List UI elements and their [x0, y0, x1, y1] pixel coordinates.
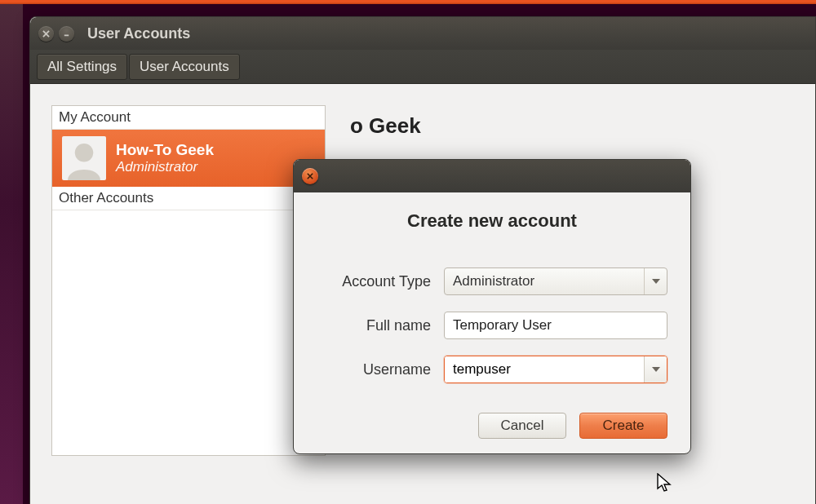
label-full-name: Full name	[317, 317, 431, 334]
row-account-type: Account Type Administrator	[317, 267, 667, 295]
dialog-title: Create new account	[317, 210, 667, 232]
account-type-value: Administrator	[445, 273, 644, 290]
dialog-actions: Cancel Create	[317, 413, 667, 439]
window-close-button[interactable]	[38, 26, 54, 42]
chevron-down-icon[interactable]	[644, 356, 667, 382]
full-name-input[interactable]	[444, 312, 667, 339]
detail-title-partial: o Geek	[350, 113, 815, 139]
create-account-dialog: Create new account Account Type Administ…	[293, 159, 691, 454]
row-username: Username	[317, 356, 667, 383]
breadcrumb-toolbar: All Settings User Accounts	[30, 50, 815, 84]
dialog-body: Create new account Account Type Administ…	[294, 192, 690, 453]
row-full-name: Full name	[317, 312, 667, 339]
cancel-button[interactable]: Cancel	[478, 413, 566, 439]
breadcrumb-user-accounts[interactable]: User Accounts	[129, 54, 240, 80]
person-icon	[64, 139, 104, 180]
my-account-header: My Account	[52, 106, 325, 130]
dialog-titlebar[interactable]	[294, 160, 690, 192]
avatar	[62, 136, 106, 180]
minimize-icon	[63, 30, 70, 38]
window-title: User Accounts	[87, 25, 190, 42]
close-icon	[307, 173, 313, 179]
window-minimize-button[interactable]	[59, 26, 74, 42]
chevron-down-icon	[644, 268, 667, 294]
close-icon	[42, 30, 50, 38]
account-type-dropdown[interactable]: Administrator	[444, 267, 667, 295]
window-titlebar[interactable]: User Accounts	[30, 17, 815, 50]
label-username: Username	[317, 361, 431, 378]
accounts-sidebar: My Account How-To Geek Administrator Oth…	[51, 105, 326, 456]
username-input[interactable]	[445, 356, 644, 382]
sidebar-user-selected[interactable]: How-To Geek Administrator	[52, 130, 325, 187]
dialog-close-button[interactable]	[302, 168, 318, 184]
svg-point-0	[75, 144, 94, 162]
user-role: Administrator	[116, 159, 214, 175]
username-combo[interactable]	[444, 356, 667, 383]
label-account-type: Account Type	[317, 273, 431, 290]
create-button[interactable]: Create	[579, 413, 667, 439]
user-name: How-To Geek	[116, 141, 214, 159]
user-text-block: How-To Geek Administrator	[116, 141, 214, 175]
breadcrumb-all-settings[interactable]: All Settings	[37, 54, 127, 80]
launcher-strip	[0, 4, 23, 504]
other-accounts-header: Other Accounts	[52, 187, 325, 210]
desktop-titlebar	[0, 0, 816, 4]
